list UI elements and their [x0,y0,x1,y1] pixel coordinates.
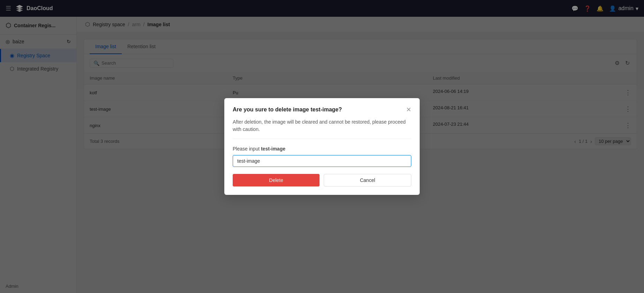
dialog-actions: Delete Cancel [233,174,411,186]
modal-overlay: Are you sure to delete image test-image?… [0,0,644,293]
dialog-label: Please input test-image [233,146,411,152]
delete-button[interactable]: Delete [233,174,320,186]
delete-dialog: Are you sure to delete image test-image?… [224,98,420,195]
close-icon[interactable]: ✕ [406,107,411,113]
confirm-input[interactable] [233,155,411,167]
dialog-header: Are you sure to delete image test-image?… [233,107,411,113]
cancel-button[interactable]: Cancel [324,174,411,186]
dialog-title: Are you sure to delete image test-image? [233,107,342,113]
dialog-description: After deletion, the image will be cleare… [233,118,411,139]
